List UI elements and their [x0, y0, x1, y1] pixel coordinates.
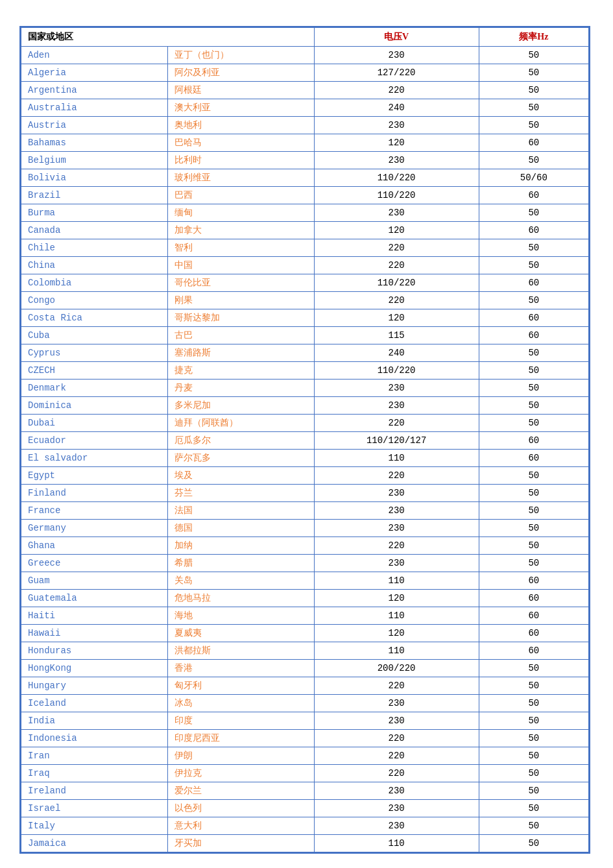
country-english: Ghana: [21, 537, 168, 555]
country-chinese: 澳大利亚: [167, 99, 314, 117]
country-english: Guam: [21, 572, 168, 590]
table-row: Denmark丹麦23050: [21, 380, 589, 397]
frequency-value: 50: [479, 117, 588, 134]
country-english: Israel: [21, 800, 168, 817]
table-row: Italy意大利23050: [21, 817, 589, 835]
frequency-value: 50: [479, 344, 588, 362]
voltage-value: 220: [314, 239, 479, 257]
country-english: Indonesia: [21, 730, 168, 747]
country-english: Greece: [21, 555, 168, 572]
country-chinese: 哥斯达黎加: [167, 309, 314, 327]
country-chinese: 古巴: [167, 327, 314, 344]
voltage-value: 230: [314, 380, 479, 397]
frequency-value: 50: [479, 82, 588, 99]
table-row: Iraq伊拉克22050: [21, 765, 589, 782]
voltage-value: 230: [314, 817, 479, 835]
voltage-value: 220: [314, 415, 479, 432]
country-english: Hungary: [21, 677, 168, 695]
table-row: Ghana加纳22050: [21, 537, 589, 555]
country-english: Burma: [21, 204, 168, 222]
country-english: Colombia: [21, 274, 168, 292]
country-chinese: 芬兰: [167, 485, 314, 502]
country-english: Iran: [21, 747, 168, 765]
table-row: Costa Rica哥斯达黎加12060: [21, 309, 589, 327]
table-row: Congo刚果22050: [21, 292, 589, 309]
table-row: Canada加拿大12060: [21, 222, 589, 239]
voltage-value: 120: [314, 590, 479, 607]
voltage-value: 220: [314, 747, 479, 765]
country-chinese: 亚丁（也门）: [167, 47, 314, 64]
header-country-region: 国家或地区: [21, 28, 315, 47]
country-chinese: 奥地利: [167, 117, 314, 134]
country-english: Italy: [21, 817, 168, 835]
table-row: Iran伊朗22050: [21, 747, 589, 765]
frequency-value: 50: [479, 677, 588, 695]
frequency-value: 50: [479, 239, 588, 257]
table-row: Israel以色列23050: [21, 800, 589, 817]
country-english: Cyprus: [21, 344, 168, 362]
voltage-value: 127/220: [314, 64, 479, 82]
voltage-value: 230: [314, 47, 479, 64]
country-chinese: 关岛: [167, 572, 314, 590]
country-english: Chile: [21, 239, 168, 257]
frequency-value: 50: [479, 800, 588, 817]
voltage-value: 110/220: [314, 274, 479, 292]
country-chinese: 玻利维亚: [167, 169, 314, 187]
frequency-value: 60: [479, 625, 588, 642]
voltage-value: 110: [314, 607, 479, 625]
country-english: Germany: [21, 520, 168, 537]
frequency-value: 60: [479, 572, 588, 590]
table-row: Dubai迪拜（阿联酋）22050: [21, 415, 589, 432]
country-chinese: 印度尼西亚: [167, 730, 314, 747]
voltage-value: 110/220: [314, 169, 479, 187]
country-chinese: 丹麦: [167, 380, 314, 397]
table-row: HongKong香港200/22050: [21, 660, 589, 677]
table-row: Dominica多米尼加23050: [21, 397, 589, 415]
country-chinese: 意大利: [167, 817, 314, 835]
table-row: France法国23050: [21, 502, 589, 520]
country-chinese: 厄瓜多尔: [167, 432, 314, 450]
country-chinese: 匈牙利: [167, 677, 314, 695]
frequency-value: 50: [479, 537, 588, 555]
country-english: Egypt: [21, 467, 168, 485]
voltage-value: 110/220: [314, 362, 479, 380]
country-chinese: 刚果: [167, 292, 314, 309]
frequency-value: 50: [479, 520, 588, 537]
frequency-value: 60: [479, 432, 588, 450]
table-row: Burma缅甸23050: [21, 204, 589, 222]
country-chinese: 智利: [167, 239, 314, 257]
country-english: Guatemala: [21, 590, 168, 607]
voltage-value: 230: [314, 152, 479, 169]
table-row: Hungary匈牙利22050: [21, 677, 589, 695]
table-row: Guatemala危地马拉12060: [21, 590, 589, 607]
frequency-value: 50: [479, 204, 588, 222]
country-chinese: 缅甸: [167, 204, 314, 222]
country-chinese: 埃及: [167, 467, 314, 485]
voltage-value: 230: [314, 502, 479, 520]
header-frequency: 频率Hz: [479, 28, 588, 47]
frequency-value: 50: [479, 712, 588, 730]
country-english: Ecuador: [21, 432, 168, 450]
frequency-value: 50: [479, 64, 588, 82]
frequency-value: 50: [479, 782, 588, 800]
frequency-value: 50: [479, 485, 588, 502]
country-english: Costa Rica: [21, 309, 168, 327]
frequency-value: 60: [479, 309, 588, 327]
frequency-value: 50: [479, 47, 588, 64]
country-voltage-table: 国家或地区 电压V 频率Hz Aden亚丁（也门）23050Algeria阿尔及…: [21, 27, 589, 852]
table-row: Indonesia印度尼西亚22050: [21, 730, 589, 747]
table-row: Iceland冰岛23050: [21, 695, 589, 712]
country-english: India: [21, 712, 168, 730]
frequency-value: 50: [479, 765, 588, 782]
frequency-value: 60: [479, 590, 588, 607]
voltage-value: 230: [314, 520, 479, 537]
country-chinese: 捷克: [167, 362, 314, 380]
frequency-value: 50: [479, 292, 588, 309]
country-english: Cuba: [21, 327, 168, 344]
table-row: Austria奥地利23050: [21, 117, 589, 134]
country-english: Honduras: [21, 642, 168, 660]
country-chinese: 法国: [167, 502, 314, 520]
country-chinese: 爱尔兰: [167, 782, 314, 800]
country-chinese: 德国: [167, 520, 314, 537]
frequency-value: 60: [479, 187, 588, 204]
